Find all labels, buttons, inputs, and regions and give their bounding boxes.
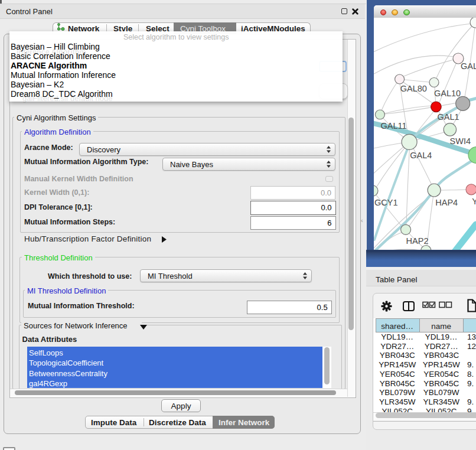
svg-text:GAL7: GAL7 (461, 61, 476, 71)
svg-text:GAL11: GAL11 (381, 121, 407, 131)
svg-text:SWI4: SWI4 (450, 136, 471, 146)
svg-text:GAL80: GAL80 (400, 84, 427, 93)
svg-text:GAL4: GAL4 (410, 151, 432, 160)
svg-text:GAL1: GAL1 (438, 112, 459, 122)
svg-text:HAP4: HAP4 (435, 198, 458, 207)
svg-text:GCY1: GCY1 (374, 198, 398, 207)
svg-text:GAL10: GAL10 (434, 89, 461, 98)
svg-text:Y: Y (472, 197, 476, 206)
svg-text:HAP2: HAP2 (406, 236, 429, 246)
